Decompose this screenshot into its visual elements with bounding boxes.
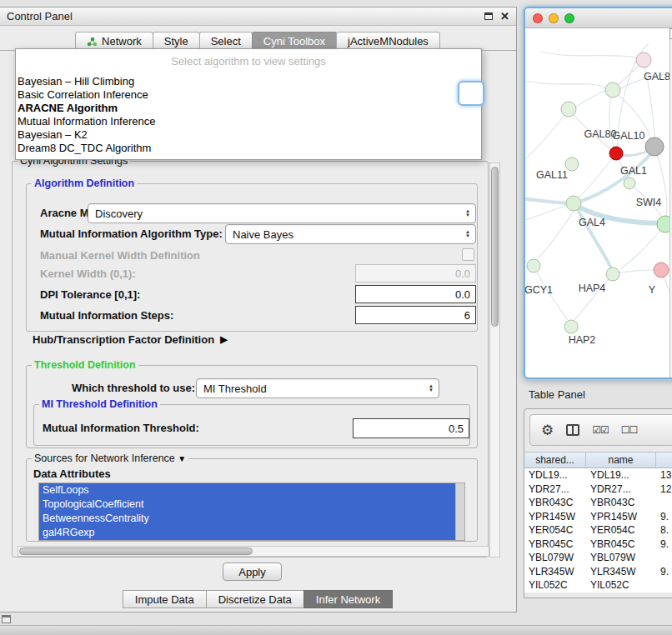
table-row[interactable]: YBL079W YBL079W bbox=[524, 551, 672, 565]
network-node-selected-red[interactable] bbox=[609, 147, 623, 160]
network-icon bbox=[87, 37, 98, 47]
tab-network[interactable]: Network bbox=[75, 32, 153, 50]
columns-icon[interactable] bbox=[566, 424, 579, 436]
aracne-mode-combobox[interactable]: Discovery ▲▼ bbox=[88, 203, 476, 223]
select-all-icon[interactable]: ☑☑ bbox=[592, 424, 609, 436]
scrollbar-thumb[interactable] bbox=[19, 548, 253, 555]
close-icon[interactable]: ✕ bbox=[500, 12, 509, 22]
network-canvas[interactable]: GAL8 GAL80 GAL10 GAL11 GAL1 SWI4 GAL4 GC… bbox=[525, 28, 672, 379]
table-row[interactable]: YIL052C YIL052C bbox=[524, 578, 672, 592]
table-row[interactable]: YDR27... YDR27... 12 bbox=[524, 482, 672, 497]
network-view-window: GAL8 GAL80 GAL10 GAL11 GAL1 SWI4 GAL4 GC… bbox=[524, 7, 672, 379]
column-header-shared[interactable]: shared... bbox=[524, 452, 586, 468]
table-row[interactable]: YBR043C YBR043C bbox=[524, 496, 672, 510]
table-cell bbox=[656, 578, 672, 592]
table-row[interactable]: YLR345W YLR345W 9. bbox=[524, 565, 672, 579]
apply-button[interactable]: Apply bbox=[223, 562, 282, 581]
attribute-list-scrollbar[interactable] bbox=[455, 483, 464, 540]
algorithm-combo-focus-fragment[interactable] bbox=[458, 81, 484, 106]
manual-kernel-checkbox[interactable] bbox=[462, 248, 474, 261]
attribute-list-item[interactable]: gal4RGexp bbox=[39, 526, 455, 540]
expand-arrow-icon[interactable]: ▶ bbox=[220, 334, 227, 345]
network-node-hub[interactable] bbox=[566, 196, 581, 211]
deselect-all-icon[interactable]: ☐☐ bbox=[621, 424, 638, 436]
dropdown-item[interactable]: Dream8 DC_TDC Algorithm bbox=[16, 142, 481, 155]
network-node[interactable] bbox=[561, 102, 576, 117]
dropdown-item[interactable]: Mutual Information Inference bbox=[16, 115, 481, 128]
node-label: GAL4 bbox=[579, 217, 605, 228]
float-window-icon[interactable] bbox=[484, 12, 493, 20]
group-title: MI Threshold Definition bbox=[39, 398, 160, 410]
table-body: YDL19... YDL19... 13 YDR27... YDR27... 1… bbox=[524, 468, 672, 592]
kernel-width-input[interactable]: 0.0 bbox=[355, 264, 476, 282]
which-threshold-combobox[interactable]: MI Threshold ▲▼ bbox=[196, 378, 439, 398]
hub-definition-label: Hub/Transcription Factor Definition bbox=[33, 333, 214, 346]
tab-label: Style bbox=[164, 35, 188, 48]
kernel-width-label: Kernel Width (0,1): bbox=[40, 268, 136, 280]
tab-style[interactable]: Style bbox=[153, 32, 200, 50]
table-row[interactable]: YER054C YER054C 8. bbox=[524, 523, 672, 538]
collapse-arrow-icon[interactable]: ▼ bbox=[178, 454, 186, 463]
combobox-arrows-icon: ▲▼ bbox=[460, 230, 475, 238]
table-cell: YBR045C bbox=[524, 538, 586, 552]
network-node-gray[interactable] bbox=[645, 138, 664, 156]
node-label: HAP2 bbox=[569, 334, 596, 346]
tab-select[interactable]: Select bbox=[199, 32, 253, 50]
table-cell: YLR345W bbox=[524, 565, 586, 579]
close-traffic-light[interactable] bbox=[533, 13, 543, 23]
table-row[interactable]: YPR145W YPR145W 9. bbox=[524, 510, 672, 524]
dropdown-item[interactable]: Bayesian – Hill Climbing bbox=[16, 75, 481, 88]
table-cell: YBR045C bbox=[586, 538, 656, 552]
tab-cyni-toolbox[interactable]: Cyni Toolbox bbox=[252, 32, 337, 50]
mi-type-label: Mutual Information Algorithm Type: bbox=[40, 228, 223, 240]
node-label: GAL10 bbox=[613, 130, 645, 142]
mi-algorithm-type-combobox[interactable]: Naive Bayes ▲▼ bbox=[225, 224, 476, 244]
attribute-list-item[interactable]: BetweennessCentrality bbox=[39, 512, 455, 526]
dropdown-item-selected[interactable]: ARACNE Algorithm bbox=[16, 102, 481, 115]
minimize-traffic-light[interactable] bbox=[549, 13, 559, 23]
dropdown-item[interactable]: Basic Correlation Inference bbox=[16, 88, 481, 102]
attribute-list-item[interactable]: TopologicalCoefficient bbox=[39, 498, 455, 512]
table-cell: YER054C bbox=[524, 523, 586, 538]
control-panel-window: Control Panel ✕ Network Style Select bbox=[0, 7, 517, 612]
screen: Control Panel ✕ Network Style Select bbox=[0, 0, 672, 635]
hub-definition-section[interactable]: Hub/Transcription Factor Definition ▶ bbox=[33, 333, 228, 346]
tab-jactivemnodules[interactable]: jActiveMNodules bbox=[336, 32, 440, 50]
network-node-labels: GAL8 GAL80 GAL10 GAL11 GAL1 SWI4 GAL4 GC… bbox=[525, 71, 670, 346]
table-row[interactable]: YBR045C YBR045C 9. bbox=[524, 538, 672, 552]
tab-discretize-data[interactable]: Discretize Data bbox=[206, 590, 304, 608]
tab-label: Cyni Toolbox bbox=[263, 35, 325, 48]
settings-vertical-scrollbar[interactable] bbox=[489, 162, 500, 558]
scrollbar-thumb[interactable] bbox=[491, 167, 499, 327]
network-window-titlebar bbox=[525, 8, 672, 28]
table-cell: YDR27... bbox=[524, 482, 586, 497]
attribute-list: SelfLoops TopologicalCoefficient Between… bbox=[38, 482, 465, 541]
column-header-extra[interactable] bbox=[656, 452, 672, 468]
dropdown-item[interactable]: Bayesian – K2 bbox=[16, 128, 481, 142]
table-row[interactable]: YDL19... YDL19... 13 bbox=[524, 468, 672, 482]
settings-horizontal-scrollbar[interactable] bbox=[18, 546, 489, 557]
tab-impute-data[interactable]: Impute Data bbox=[123, 590, 207, 608]
network-node[interactable] bbox=[527, 259, 540, 272]
mi-steps-input[interactable]: 6 bbox=[355, 306, 476, 324]
table-cell: 9. bbox=[656, 510, 672, 524]
table-cell: YIL052C bbox=[524, 578, 586, 592]
collapsed-panel-icon[interactable] bbox=[2, 615, 11, 623]
tab-infer-network[interactable]: Infer Network bbox=[303, 590, 393, 608]
mi-threshold-input[interactable]: 0.5 bbox=[353, 418, 469, 438]
manual-kernel-label: Manual Kernel Width Definition bbox=[40, 249, 200, 262]
network-node[interactable] bbox=[624, 178, 635, 189]
network-node[interactable] bbox=[636, 52, 651, 68]
tab-label: Select bbox=[211, 35, 241, 48]
zoom-traffic-light[interactable] bbox=[564, 13, 574, 23]
threshold-definition-group: Threshold Definition Which threshold to … bbox=[26, 365, 478, 448]
network-node[interactable] bbox=[606, 268, 619, 281]
attribute-list-item[interactable]: SelfLoops bbox=[39, 483, 455, 498]
dpi-tolerance-input[interactable]: 0.0 bbox=[355, 285, 476, 303]
column-header-name[interactable]: name bbox=[586, 452, 656, 468]
gear-icon[interactable]: ⚙ bbox=[541, 423, 554, 438]
status-bar bbox=[0, 625, 672, 635]
network-node[interactable] bbox=[564, 320, 578, 333]
network-node[interactable] bbox=[605, 82, 620, 98]
network-node-pink[interactable] bbox=[654, 262, 669, 278]
